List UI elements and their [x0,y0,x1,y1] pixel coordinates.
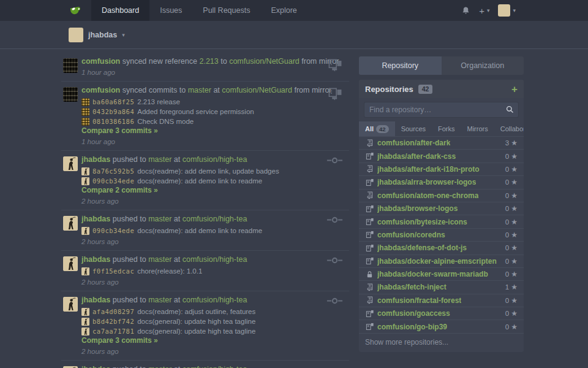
commit-sha-link[interactable]: 0432b9a864 [92,108,134,115]
repo-row[interactable]: jhabdas/alrra-browser-logos0★ [359,175,524,188]
ref-link[interactable]: comfusion/high-tea [183,215,247,223]
repo-search-input[interactable] [364,102,519,118]
user-avatar [498,4,510,17]
ref-link[interactable]: comfusion/NetGuard [229,57,300,66]
nav-item-issues[interactable]: Issues [149,0,192,21]
repo-row[interactable]: comfusion/fractal-forest0★ [359,294,524,307]
actor-avatar[interactable] [63,297,78,312]
repo-star-count[interactable]: 0★ [505,165,518,174]
actor-link[interactable]: jhabdas [81,365,110,368]
commit-sha-link[interactable]: 8a76c592b5 [92,167,134,175]
repo-star-count[interactable]: 0★ [505,178,518,186]
ref-link[interactable]: comfusion/high-tea [183,365,247,368]
repo-star-count[interactable]: 0★ [505,243,518,252]
ref-link[interactable]: comfusion/NetGuard [222,86,292,94]
repo-row[interactable]: jhabdas/browser-logos0★ [359,202,524,215]
actor-avatar[interactable] [63,216,78,231]
actor-link[interactable]: jhabdas [81,296,110,304]
ref-link[interactable]: master [148,255,172,264]
repo-star-count[interactable]: 1★ [505,283,518,291]
nav-item-explore[interactable]: Explore [260,0,307,21]
actor-link[interactable]: jhabdas [81,255,110,264]
tab-organization[interactable]: Organization [442,56,524,75]
repo-row[interactable]: jhabdas/docker-swarm-mariadb0★ [359,267,524,280]
commit-sha-link[interactable]: afa4d08297 [92,308,134,315]
repo-row[interactable]: jhabdas/after-dark-i18n-proto0★ [359,163,524,175]
show-more-repositories-link[interactable]: Show more repositories... [359,333,524,352]
repo-star-count[interactable]: 0★ [505,204,518,213]
commit-message: docs(readme): adjust outline, features [137,308,255,315]
actor-link[interactable]: comfusion [81,57,120,66]
tab-repository[interactable]: Repository [359,56,442,75]
feed-item-body: jhabdas pushed to master at comfusion/hi… [81,155,349,205]
commit-sha-link[interactable]: 0810386186 [92,118,134,125]
actor-link[interactable]: jhabdas [81,155,110,164]
context-switcher[interactable]: jhabdas ▾ [69,28,125,42]
repo-star-count[interactable]: 0★ [505,152,518,161]
nav-item-pull-requests[interactable]: Pull Requests [192,0,260,21]
commit-sha-link[interactable]: b8d42bf742 [92,318,134,325]
star-icon: ★ [511,231,518,239]
repo-row[interactable]: comfusion/bytesize-icons0★ [359,215,524,228]
ref-link[interactable]: master [188,86,211,94]
repo-row[interactable]: jhabdas/defense-of-dot-js0★ [359,241,524,254]
repo-star-count[interactable]: 0★ [505,231,518,239]
ref-link[interactable]: master [148,155,172,164]
repo-star-count[interactable]: 0★ [505,257,518,266]
star-icon: ★ [511,257,518,266]
actor-link[interactable]: comfusion [81,86,120,94]
repo-row[interactable]: comfusion/atom-one-chroma0★ [359,189,524,202]
repo-row[interactable]: comfusion/go-bip390★ [359,320,524,332]
actor-avatar[interactable] [63,87,78,102]
filter-forks[interactable]: Forks [432,121,461,136]
commit-sha-link[interactable]: ba60a68f25 [92,98,134,105]
ref-link[interactable]: master [148,215,172,223]
repo-row[interactable]: comfusion/coredns0★ [359,228,524,241]
right-panel: RepositoryOrganization Repositories 42 +… [359,49,524,352]
compare-commits-link[interactable]: Compare 2 commits » [81,186,158,195]
actor-link[interactable]: jhabdas [81,215,110,223]
repo-row[interactable]: jhabdas/fetch-inject1★ [359,280,524,293]
nav-item-dashboard[interactable]: Dashboard [91,0,149,21]
actor-avatar[interactable] [63,156,78,171]
filter-sources[interactable]: Sources [395,121,432,136]
repo-row[interactable]: jhabdas/after-dark-css0★ [359,149,524,162]
star-count: 0 [505,323,509,331]
filter-collaborative[interactable]: Collaborative [494,121,524,136]
gitea-logo[interactable] [69,0,81,21]
repo-star-count[interactable]: 0★ [505,309,518,318]
repo-star-count[interactable]: 0★ [505,296,518,305]
commit-sha-link[interactable]: 090cb34ede [92,227,134,234]
commit-sha-link[interactable]: f0f15edcac [92,267,134,275]
user-menu-dropdown[interactable]: ▾ [498,4,516,17]
create-new-dropdown[interactable]: + ▾ [479,6,489,15]
ref-link[interactable]: comfusion/high-tea [183,255,247,264]
compare-commits-link[interactable]: Compare 3 commits » [81,336,158,345]
add-repository-button[interactable]: + [511,84,518,94]
ref-link[interactable]: 2.213 [199,57,218,66]
ref-link[interactable]: master [148,296,172,304]
repo-star-count[interactable]: 0★ [505,191,518,200]
repo-star-count[interactable]: 0★ [505,218,518,226]
ref-link[interactable]: comfusion/high-tea [183,296,247,304]
repo-star-count[interactable]: 3★ [505,139,518,147]
repo-row[interactable]: comfusion/after-dark3★ [359,136,524,149]
star-icon: ★ [511,165,518,174]
ref-link[interactable]: master [148,365,172,368]
commit-sha-link[interactable]: 090cb34ede [92,177,134,185]
repo-name: jhabdas/browser-logos [377,204,458,213]
actor-avatar[interactable] [63,256,78,271]
fork-icon [365,178,374,186]
dashboard-content: comfusion synced new reference 2.213 to … [0,49,588,368]
notifications-bell-icon[interactable] [461,6,470,15]
commit-sha-link[interactable]: ca7aa71781 [92,328,134,335]
filter-mirrors[interactable]: Mirrors [461,121,494,136]
compare-commits-link[interactable]: Compare 3 commits » [81,126,158,136]
actor-avatar[interactable] [63,58,78,73]
repo-star-count[interactable]: 0★ [505,270,518,278]
repo-row[interactable]: jhabdas/docker-alpine-emscripten0★ [359,255,524,267]
ref-link[interactable]: comfusion/high-tea [183,155,247,164]
repo-row[interactable]: comfusion/goaccess0★ [359,307,524,320]
filter-all[interactable]: All42 [359,121,395,136]
repo-star-count[interactable]: 0★ [505,323,518,331]
